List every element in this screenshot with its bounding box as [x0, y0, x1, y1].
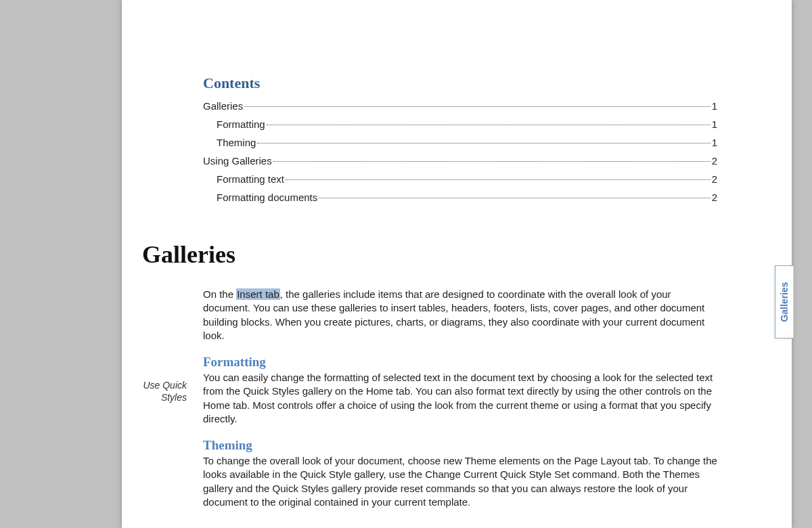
toc-entry[interactable]: Theming 1: [203, 137, 717, 148]
margin-note: Use Quick Styles: [133, 379, 187, 403]
toc-label: Formatting text: [217, 173, 284, 185]
toc-label: Using Galleries: [203, 155, 272, 167]
toc-entry[interactable]: Formatting 1: [203, 118, 717, 130]
toc-label: Theming: [217, 137, 256, 148]
toc-page: 2: [712, 192, 717, 203]
toc-page: 2: [712, 155, 717, 167]
toc-leader: [267, 125, 710, 125]
content-area: Contents Galleries 1 Formatting 1 Themin…: [203, 74, 717, 509]
highlighted-text: Insert tab: [236, 288, 280, 300]
toc-leader: [257, 143, 710, 144]
toc-leader: [286, 179, 710, 180]
side-tab-galleries[interactable]: Galleries: [775, 265, 794, 338]
toc-entry[interactable]: Using Galleries 2: [203, 155, 717, 167]
subheading-theming: Theming: [203, 438, 717, 453]
side-tab-label: Galleries: [779, 282, 790, 322]
text-segment: On the: [203, 288, 236, 300]
toc-page: 1: [712, 100, 717, 112]
document-page: Use Quick Styles Contents Galleries 1 Fo…: [122, 0, 792, 528]
toc-page: 1: [712, 137, 717, 148]
toc-leader: [319, 198, 710, 198]
toc-label: Formatting documents: [217, 192, 317, 203]
toc-entry[interactable]: Formatting documents 2: [203, 192, 717, 203]
intro-paragraph: On the Insert tab, the galleries include…: [203, 288, 717, 343]
toc-page: 2: [712, 173, 717, 185]
toc-leader: [244, 106, 710, 107]
toc-label: Galleries: [203, 100, 243, 112]
toc-leader: [273, 161, 710, 162]
theming-paragraph: To change the overall look of your docum…: [203, 454, 717, 509]
heading-galleries: Galleries: [142, 240, 717, 269]
toc-page: 1: [712, 118, 717, 130]
subheading-formatting: Formatting: [203, 355, 717, 370]
toc-label: Formatting: [217, 118, 265, 130]
formatting-paragraph: You can easily change the formatting of …: [203, 371, 717, 426]
toc-title: Contents: [203, 74, 717, 92]
toc-entry[interactable]: Galleries 1: [203, 100, 717, 112]
toc-entry[interactable]: Formatting text 2: [203, 173, 717, 185]
